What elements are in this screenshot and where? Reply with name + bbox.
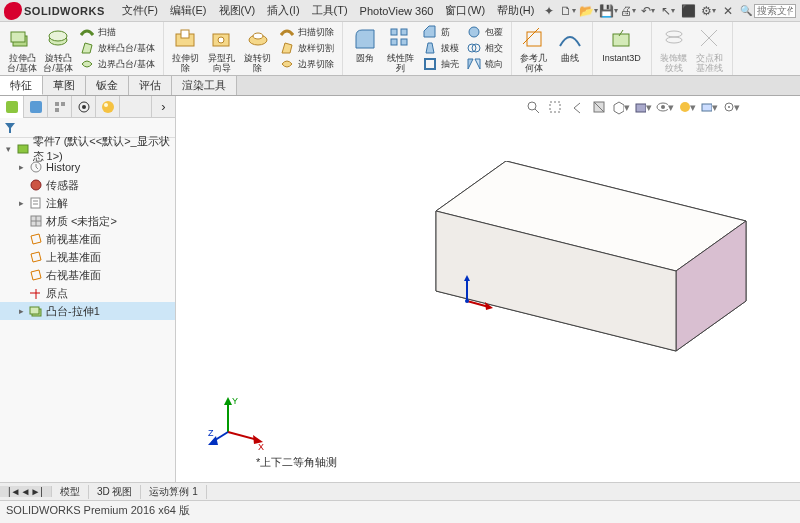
svg-point-31 — [82, 105, 86, 109]
extrude-boss-button[interactable]: 拉伸凸 台/基体 — [4, 24, 40, 75]
btab-model[interactable]: 模型 — [52, 485, 89, 499]
tab-sketch[interactable]: 草图 — [43, 76, 86, 95]
menu-help[interactable]: 帮助(H) — [492, 1, 539, 20]
menu-edit[interactable]: 编辑(E) — [165, 1, 212, 20]
sidetab-property-mgr[interactable] — [24, 96, 48, 118]
sweep-button[interactable]: 扫描 — [76, 24, 159, 40]
btab-nav[interactable]: |◄◄►| — [0, 486, 52, 497]
thread-icon — [661, 26, 687, 52]
boundary-boss-button[interactable]: 边界凸台/基体 — [76, 56, 159, 72]
zoom-area-icon[interactable] — [546, 98, 564, 116]
revolve-cut-button[interactable]: 旋转切 除 — [240, 24, 276, 75]
print-icon[interactable]: 🖨▾ — [620, 3, 636, 19]
menu-photoview360[interactable]: PhotoView 360 — [355, 3, 439, 19]
sidetab-feature-tree[interactable] — [0, 96, 24, 118]
svg-point-55 — [680, 102, 690, 112]
tree-notes[interactable]: ▸注解 — [0, 194, 175, 212]
tree-right-plane[interactable]: 右视基准面 — [0, 266, 175, 284]
tree-front-plane[interactable]: 前视基准面 — [0, 230, 175, 248]
sensor-icon — [29, 178, 43, 192]
curves-button[interactable]: 曲线 — [552, 24, 588, 65]
prev-view-icon[interactable] — [568, 98, 586, 116]
menu-window[interactable]: 窗口(W) — [440, 1, 490, 20]
ref-geometry-icon — [521, 26, 547, 52]
svg-point-54 — [661, 105, 665, 109]
sweep-cut-icon — [280, 25, 294, 39]
ref-geometry-label: 参考几 何体 — [517, 53, 551, 73]
view-orient-icon[interactable]: ▾ — [612, 98, 630, 116]
loft-boss-button[interactable]: 放样凸台/基体 — [76, 40, 159, 56]
fillet-label: 圆角 — [356, 53, 374, 63]
notes-icon — [29, 196, 43, 210]
intersect-button[interactable]: 相交 — [463, 40, 507, 56]
tree-origin[interactable]: 原点 — [0, 284, 175, 302]
search-input[interactable] — [754, 4, 796, 18]
rib-button[interactable]: 筋 — [419, 24, 463, 40]
intersect-curve-button[interactable]: 交点和 基准线 — [692, 24, 728, 75]
sidetab-dimexpert[interactable] — [72, 96, 96, 118]
svg-point-32 — [102, 101, 114, 113]
tree-top-plane[interactable]: 上视基准面 — [0, 248, 175, 266]
sidetab-config-mgr[interactable] — [48, 96, 72, 118]
tab-sheetmetal[interactable]: 钣金 — [86, 76, 129, 95]
tab-feature[interactable]: 特征 — [0, 76, 43, 95]
svg-marker-71 — [224, 397, 232, 405]
tab-evaluate[interactable]: 评估 — [129, 76, 172, 95]
fillet-button[interactable]: 圆角 — [347, 24, 383, 65]
tab-render[interactable]: 渲染工具 — [172, 76, 237, 95]
zoom-fit-icon[interactable] — [524, 98, 542, 116]
tree-sensor[interactable]: 传感器 — [0, 176, 175, 194]
linear-pattern-button[interactable]: 线性阵 列 — [383, 24, 419, 75]
quick-access-toolbar: 🗋▾ 📂▾ 💾▾ 🖨▾ ↶▾ ↖▾ ⬛ ⚙▾ ✕ 🔍 — [560, 3, 796, 19]
rib-icon — [423, 25, 437, 39]
options-icon[interactable]: ⚙▾ — [700, 3, 716, 19]
draft-button[interactable]: 拔模 — [419, 40, 463, 56]
menu-tools[interactable]: 工具(T) — [307, 1, 353, 20]
cursor-icon[interactable]: ✦ — [541, 3, 557, 19]
mirror-button[interactable]: 镜向 — [463, 56, 507, 72]
rebuild-icon[interactable]: ⬛ — [680, 3, 696, 19]
hole-wizard-button[interactable]: 异型孔 向导 — [204, 24, 240, 75]
wrap-button[interactable]: 包覆 — [463, 24, 507, 40]
save-icon[interactable]: 💾▾ — [600, 3, 616, 19]
instant3d-button[interactable]: Instant3D — [597, 24, 647, 65]
logo-text: SOLIDWORKS — [24, 5, 105, 17]
section-view-icon[interactable] — [590, 98, 608, 116]
select-icon[interactable]: ↖▾ — [660, 3, 676, 19]
tree-extrude-feature[interactable]: ▸凸台-拉伸1 — [0, 302, 175, 320]
linear-pattern-label: 线性阵 列 — [384, 53, 418, 73]
shell-button[interactable]: 抽壳 — [419, 56, 463, 72]
menu-view[interactable]: 视图(V) — [214, 1, 261, 20]
open-icon[interactable]: 📂▾ — [580, 3, 596, 19]
curves-label: 曲线 — [561, 53, 579, 63]
hide-show-icon[interactable]: ▾ — [656, 98, 674, 116]
undo-icon[interactable]: ↶▾ — [640, 3, 656, 19]
sidetab-display-mgr[interactable] — [96, 96, 120, 118]
close-icon[interactable]: ✕ — [720, 3, 736, 19]
viewport-3d[interactable]: ▾ ▾ ▾ ▾ ▾ ▾ Y X Z *上下二等角轴测 — [176, 96, 800, 482]
display-style-icon[interactable]: ▾ — [634, 98, 652, 116]
menu-file[interactable]: 文件(F) — [117, 1, 163, 20]
new-icon[interactable]: 🗋▾ — [560, 3, 576, 19]
sidebar-more[interactable]: › — [151, 96, 175, 117]
edit-appearance-icon[interactable]: ▾ — [678, 98, 696, 116]
tree-root[interactable]: ▾零件7 (默认<<默认>_显示状态 1>) — [0, 140, 175, 158]
loft-cut-button[interactable]: 放样切割 — [276, 40, 338, 56]
svg-rect-56 — [702, 104, 712, 111]
btab-motion-study[interactable]: 运动算例 1 — [141, 485, 206, 499]
menu-insert[interactable]: 插入(I) — [262, 1, 304, 20]
svg-rect-13 — [401, 39, 407, 45]
ref-geometry-button[interactable]: 参考几 何体 — [516, 24, 552, 75]
boundary-cut-button[interactable]: 边界切除 — [276, 56, 338, 72]
funnel-icon[interactable] — [4, 122, 16, 134]
cosmetic-thread-button[interactable]: 装饰螺 纹线 — [656, 24, 692, 75]
extrude-cut-button[interactable]: 拉伸切 除 — [168, 24, 204, 75]
view-settings-icon[interactable]: ▾ — [722, 98, 740, 116]
sweep-cut-button[interactable]: 扫描切除 — [276, 24, 338, 40]
tree-material[interactable]: 材质 <未指定> — [0, 212, 175, 230]
btab-3dview[interactable]: 3D 视图 — [89, 485, 142, 499]
revolve-boss-button[interactable]: 旋转凸 台/基体 — [40, 24, 76, 75]
shell-icon — [423, 57, 437, 71]
svg-rect-10 — [391, 29, 397, 35]
apply-scene-icon[interactable]: ▾ — [700, 98, 718, 116]
